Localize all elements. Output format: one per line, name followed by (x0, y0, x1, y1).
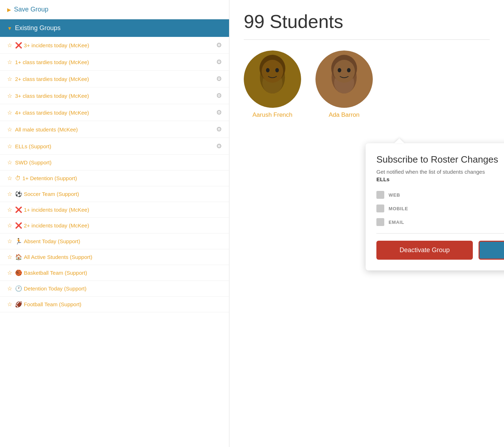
star-icon[interactable]: ☆ (7, 191, 12, 197)
email-checkbox-label: EMAIL (389, 220, 404, 225)
group-emoji: 🏃 (15, 238, 24, 244)
gear-icon[interactable]: ⚙ (216, 142, 222, 150)
existing-groups-label: Existing Groups (15, 24, 61, 32)
group-name[interactable]: ❌ 3+ incidents today (McKee) (15, 42, 213, 49)
star-icon[interactable]: ☆ (7, 109, 12, 116)
group-item[interactable]: ☆⏱ 1+ Detention (Support) (0, 170, 229, 186)
svg-point-5 (266, 68, 270, 72)
star-icon[interactable]: ☆ (7, 206, 12, 213)
group-item[interactable]: ☆🏀 Basketball Team (Support) (0, 265, 229, 281)
group-item[interactable]: ☆1+ class tardies today (McKee)⚙ (0, 54, 229, 71)
group-item[interactable]: ☆All male students (McKee)⚙ (0, 121, 229, 138)
groups-list: ☆❌ 3+ incidents today (McKee)⚙☆1+ class … (0, 37, 229, 447)
group-emoji: ⚽ (15, 191, 24, 197)
email-checkbox-row: EMAIL (376, 218, 504, 226)
save-group-header[interactable]: ▶ Save Group (0, 0, 229, 19)
group-name[interactable]: 2+ class tardies today (McKee) (15, 76, 213, 82)
popup-title: Subscribe to Roster Changes (376, 154, 504, 165)
email-checkbox[interactable] (376, 218, 384, 226)
gear-icon[interactable]: ⚙ (216, 75, 222, 83)
group-name[interactable]: SWD (Support) (15, 159, 222, 165)
save-group-arrow-icon: ▶ (7, 7, 11, 13)
student-card: Ada Barron (315, 51, 373, 119)
star-icon[interactable]: ☆ (7, 238, 12, 245)
mobile-checkbox-row: MOBILE (376, 205, 504, 212)
group-name[interactable]: 🕐 Detention Today (Support) (15, 285, 222, 292)
star-icon[interactable]: ☆ (7, 159, 12, 166)
student-name[interactable]: Ada Barron (329, 111, 360, 119)
existing-groups-header[interactable]: ▼ Existing Groups (0, 19, 229, 37)
divider (244, 39, 490, 40)
group-name[interactable]: ❌ 1+ incidents today (McKee) (15, 206, 222, 213)
students-title: 99 Students (244, 11, 490, 32)
group-item[interactable]: ☆❌ 2+ incidents today (McKee) (0, 218, 229, 234)
popup-arrow (394, 138, 404, 143)
save-group-label: Save Group (14, 6, 48, 13)
student-card: Aarush French (244, 51, 301, 119)
deactivate-group-button[interactable]: Deactivate Group (376, 241, 473, 260)
star-icon[interactable]: ☆ (7, 301, 12, 308)
popup-divider (376, 233, 504, 234)
group-item[interactable]: ☆❌ 3+ incidents today (McKee)⚙ (0, 37, 229, 54)
star-icon[interactable]: ☆ (7, 126, 12, 133)
group-name[interactable]: 🏈 Football Team (Support) (15, 301, 222, 308)
star-icon[interactable]: ☆ (7, 76, 12, 82)
group-name[interactable]: All male students (McKee) (15, 126, 213, 133)
star-icon[interactable]: ☆ (7, 143, 12, 150)
group-item[interactable]: ☆3+ class tardies today (McKee)⚙ (0, 87, 229, 104)
group-name[interactable]: ❌ 2+ incidents today (McKee) (15, 222, 222, 229)
gear-icon[interactable]: ⚙ (216, 41, 222, 49)
group-name[interactable]: 🏠 All Active Students (Support) (15, 254, 222, 260)
student-name[interactable]: Aarush French (252, 111, 293, 119)
star-icon[interactable]: ☆ (7, 92, 12, 99)
web-checkbox-row: WEB (376, 191, 504, 199)
subscribe-popup: Subscribe to Roster Changes Get notified… (366, 143, 504, 270)
group-emoji: 🏈 (15, 301, 24, 307)
group-emoji: ❌ (15, 42, 24, 48)
share-button[interactable]: Share (1) > (479, 241, 504, 260)
group-item[interactable]: ☆2+ class tardies today (McKee)⚙ (0, 71, 229, 87)
left-panel: ▶ Save Group ▼ Existing Groups ☆❌ 3+ inc… (0, 0, 229, 447)
group-name[interactable]: ⚽ Soccer Team (Support) (15, 191, 222, 197)
star-icon[interactable]: ☆ (7, 175, 12, 182)
star-icon[interactable]: ☆ (7, 42, 12, 49)
svg-point-12 (338, 68, 341, 72)
svg-point-11 (333, 60, 355, 83)
gear-icon[interactable]: ⚙ (216, 109, 222, 116)
popup-actions: Deactivate Group Share (1) > (376, 241, 504, 260)
star-icon[interactable]: ☆ (7, 254, 12, 260)
group-item[interactable]: ☆🕐 Detention Today (Support) (0, 281, 229, 297)
group-item[interactable]: ☆SWD (Support) (0, 155, 229, 170)
group-name[interactable]: 🏀 Basketball Team (Support) (15, 269, 222, 276)
group-item[interactable]: ☆🏃 Absent Today (Support) (0, 234, 229, 249)
group-name[interactable]: 1+ class tardies today (McKee) (15, 59, 213, 65)
group-name[interactable]: 🏃 Absent Today (Support) (15, 238, 222, 245)
group-name[interactable]: 3+ class tardies today (McKee) (15, 93, 213, 99)
gear-icon[interactable]: ⚙ (216, 58, 222, 66)
mobile-checkbox-label: MOBILE (389, 206, 408, 211)
web-checkbox[interactable] (376, 191, 384, 199)
web-checkbox-label: WEB (389, 192, 400, 198)
group-item[interactable]: ☆ELLs (Support)⚙ (0, 138, 229, 155)
star-icon[interactable]: ☆ (7, 222, 12, 229)
group-name[interactable]: ELLs (Support) (15, 143, 213, 149)
group-emoji: 🏠 (15, 254, 24, 260)
group-item[interactable]: ☆🏠 All Active Students (Support) (0, 249, 229, 265)
existing-groups-arrow-icon: ▼ (7, 25, 12, 31)
mobile-checkbox[interactable] (376, 205, 384, 212)
star-icon[interactable]: ☆ (7, 59, 12, 66)
group-item[interactable]: ☆❌ 1+ incidents today (McKee) (0, 202, 229, 218)
group-name[interactable]: ⏱ 1+ Detention (Support) (15, 175, 222, 182)
group-emoji: 🏀 (15, 270, 24, 276)
students-grid: Aarush French Ada Barron (244, 51, 490, 119)
gear-icon[interactable]: ⚙ (216, 92, 222, 100)
group-item[interactable]: ☆🏈 Football Team (Support) (0, 297, 229, 312)
group-item[interactable]: ☆4+ class tardies today (McKee)⚙ (0, 104, 229, 121)
star-icon[interactable]: ☆ (7, 269, 12, 276)
group-item[interactable]: ☆⚽ Soccer Team (Support) (0, 186, 229, 202)
group-name[interactable]: 4+ class tardies today (McKee) (15, 110, 213, 116)
gear-icon[interactable]: ⚙ (216, 125, 222, 133)
svg-point-4 (262, 60, 283, 83)
student-avatar (244, 51, 301, 108)
star-icon[interactable]: ☆ (7, 285, 12, 292)
